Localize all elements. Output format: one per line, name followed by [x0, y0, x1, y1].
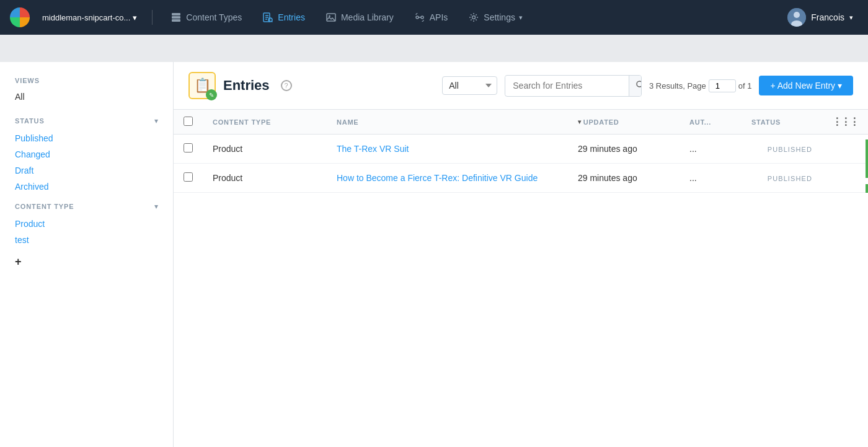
svg-point-17 — [637, 81, 642, 87]
entries-table: CONTENT TYPE NAME ▾ UPDATED AUT. — [174, 110, 868, 193]
user-name: Francois — [811, 12, 844, 22]
svg-point-12 — [421, 16, 423, 19]
nav-media-library[interactable]: Media Library — [317, 7, 401, 27]
sidebar-item-draft[interactable]: Draft — [0, 162, 173, 179]
content-type-section: CONTENT TYPE ▾ Product test — [0, 195, 173, 248]
entries-table-wrap: CONTENT TYPE NAME ▾ UPDATED AUT. — [174, 110, 868, 193]
filter-select[interactable]: All Product test — [442, 76, 497, 95]
views-label: VIEWS — [0, 74, 173, 89]
sidebar-item-archived[interactable]: Archived — [0, 179, 173, 195]
row1-status: PUBLISHED — [742, 135, 822, 164]
status-bar-row2 — [866, 184, 868, 193]
nav-entries-label: Entries — [278, 12, 305, 22]
add-entry-label: + Add New Entry ▾ — [770, 81, 842, 91]
add-entry-button[interactable]: + Add New Entry ▾ — [759, 76, 853, 95]
sidebar-all[interactable]: All — [0, 89, 173, 109]
sidebar-item-published[interactable]: Published — [0, 130, 173, 146]
nav-divider — [152, 10, 153, 25]
nav-settings[interactable]: Settings ▾ — [460, 7, 530, 27]
svg-rect-2 — [172, 19, 180, 22]
app-logo — [10, 7, 30, 27]
svg-rect-1 — [172, 16, 180, 19]
help-button[interactable]: ? — [281, 80, 292, 91]
svg-point-10 — [329, 15, 330, 17]
entries-icon-large: 📋 ✎ — [188, 72, 216, 99]
th-updated[interactable]: ▾ UPDATED — [568, 110, 680, 135]
image-icon — [325, 11, 337, 24]
th-updated-label: UPDATED — [583, 118, 619, 126]
content-area: 📋 ✎ Entries ? All Product test — [174, 62, 868, 447]
row2-author: ... — [680, 164, 742, 193]
table-header-row: CONTENT TYPE NAME ▾ UPDATED AUT. — [174, 110, 868, 135]
sidebar-item-changed[interactable]: Changed — [0, 146, 173, 162]
table-row: Product How to Become a Fierce T-Rex: De… — [174, 164, 868, 193]
results-info: 3 Results, Page of 1 — [649, 79, 751, 92]
nav-settings-label: Settings — [484, 12, 515, 22]
top-navigation: middleman-snipcart-co... ▾ Content Types — [0, 0, 868, 35]
status-bar-row1 — [866, 139, 868, 178]
search-button[interactable] — [629, 76, 642, 96]
th-check — [174, 110, 203, 135]
row2-status: PUBLISHED — [742, 164, 822, 193]
page-input[interactable] — [709, 79, 736, 92]
th-author: AUT... — [680, 110, 742, 135]
sidebar-add-button[interactable]: + — [0, 248, 173, 276]
row2-checkbox[interactable] — [184, 172, 193, 182]
svg-point-15 — [794, 12, 800, 18]
results-text: 3 Results, Page — [649, 81, 706, 91]
svg-line-8 — [272, 21, 273, 22]
status-chevron[interactable]: ▾ — [154, 117, 158, 125]
sidebar: VIEWS All STATUS ▾ Published Changed Dra… — [0, 62, 174, 447]
th-content-type: CONTENT TYPE — [203, 110, 327, 135]
sub-header — [0, 35, 868, 62]
avatar — [787, 8, 806, 27]
views-section: VIEWS All — [0, 74, 173, 109]
sidebar-item-test[interactable]: test — [0, 232, 173, 248]
search-input[interactable] — [505, 76, 629, 95]
user-chevron: ▾ — [849, 14, 853, 22]
row1-density-cell — [822, 135, 868, 164]
layers-icon — [170, 11, 182, 24]
nav-entries[interactable]: Entries — [254, 7, 312, 27]
project-name: middleman-snipcart-co... — [42, 13, 130, 22]
row2-check-cell — [174, 164, 203, 193]
table-row: Product The T-Rex VR Suit 29 minutes ago… — [174, 135, 868, 164]
status-label: STATUS — [15, 117, 45, 125]
nav-content-types-label: Content Types — [186, 12, 242, 22]
nav-media-library-label: Media Library — [341, 12, 394, 22]
nav-apis[interactable]: APIs — [406, 7, 456, 27]
row2-updated: 29 minutes ago — [568, 164, 680, 193]
nav-apis-label: APIs — [430, 12, 448, 22]
row1-name[interactable]: The T-Rex VR Suit — [327, 135, 568, 164]
sidebar-item-product[interactable]: Product — [0, 216, 173, 232]
th-name: NAME — [327, 110, 568, 135]
nav-content-types[interactable]: Content Types — [162, 7, 249, 27]
th-density[interactable]: ⋮⋮⋮ — [822, 110, 868, 135]
row1-updated: 29 minutes ago — [568, 135, 680, 164]
settings-chevron: ▾ — [519, 14, 523, 22]
status-section: STATUS ▾ Published Changed Draft Archive… — [0, 109, 173, 195]
status-header: STATUS ▾ — [0, 109, 173, 130]
entries-table-body: Product The T-Rex VR Suit 29 minutes ago… — [174, 135, 868, 193]
content-type-label: CONTENT TYPE — [15, 203, 74, 210]
search-icon — [636, 80, 642, 90]
th-status: STATUS — [742, 110, 822, 135]
search-container — [505, 75, 642, 97]
row1-checkbox[interactable] — [184, 143, 193, 153]
entries-icon — [262, 11, 274, 24]
row1-check-cell — [174, 135, 203, 164]
row1-author: ... — [680, 135, 742, 164]
content-type-chevron[interactable]: ▾ — [154, 202, 158, 211]
row1-content-type: Product — [203, 135, 327, 164]
entries-toolbar: 📋 ✎ Entries ? All Product test — [174, 62, 868, 110]
svg-point-13 — [472, 16, 476, 19]
project-selector[interactable]: middleman-snipcart-co... ▾ — [37, 11, 142, 25]
select-all-checkbox[interactable] — [184, 117, 193, 126]
svg-rect-0 — [172, 13, 180, 15]
row2-content-type: Product — [203, 164, 327, 193]
user-menu[interactable]: Francois ▾ — [782, 6, 858, 29]
row2-name[interactable]: How to Become a Fierce T-Rex: Definitive… — [327, 164, 568, 193]
project-chevron: ▾ — [133, 13, 137, 22]
density-icon: ⋮⋮⋮ — [832, 117, 858, 127]
of-text: of 1 — [738, 81, 752, 91]
